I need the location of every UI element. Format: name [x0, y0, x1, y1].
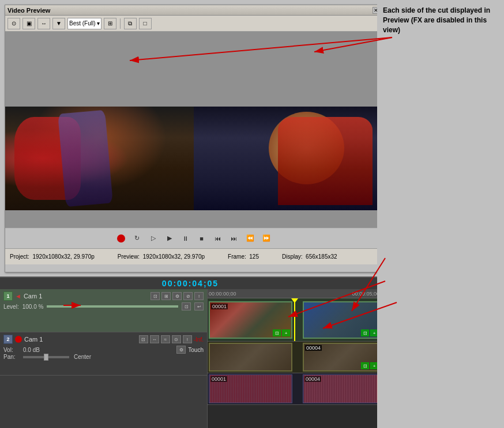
clip-right-icons: ⊡ + [361, 329, 378, 336]
track2-icons: ⊡ ↔ ≈ ⊙ ! -Inf. [139, 335, 204, 343]
track1-level-btn2[interactable]: ↩ [194, 302, 204, 310]
audio-clip-right[interactable]: 00004 [303, 374, 381, 403]
pan-slider[interactable] [23, 356, 69, 358]
track2-icon-4[interactable]: ⊙ [172, 335, 181, 343]
clip-left-icons: ⊡ + [273, 329, 290, 336]
audio-clip-left[interactable]: 00001 [209, 374, 292, 403]
video-preview-window: Video Preview ✕ ⊙ ▣ ↔ ▼ Best (Full) ▾ ⊞ … [5, 5, 382, 272]
track-number-1: 1 [3, 291, 13, 301]
clip-left-icon-2[interactable]: + [282, 329, 290, 336]
video-left-panel [5, 107, 194, 210]
preview-top-gray [5, 32, 382, 107]
title-text: Video Preview [7, 7, 50, 14]
timeline-tracks-area: 00001 ⊡ + ⊡ + [208, 298, 381, 405]
record-btn-2[interactable] [15, 336, 22, 343]
track1-control: 1 ◄ Cam 1 ⊡ ⊞ ⚙ ⊘ ! Level: 100.0 % [0, 289, 207, 332]
prev-frame-button[interactable]: ⏮ [212, 232, 224, 245]
clip2-thumbnail-left [210, 344, 291, 370]
track2-icon-1[interactable]: ⊡ [139, 335, 148, 343]
stop-button[interactable]: ■ [195, 232, 208, 245]
timeline-ruler: 00:00:00;00 00:00:05;00 [208, 289, 381, 298]
loop-button[interactable]: ↻ [131, 232, 144, 245]
level-slider[interactable] [47, 305, 178, 308]
quality-dropdown[interactable]: Best (Full) ▾ [67, 18, 101, 29]
toolbar-btn-3[interactable]: ↔ [37, 18, 50, 29]
track1-icon-2[interactable]: ⊞ [161, 292, 171, 300]
annotation-description: Each side of the cut displayed in Previe… [383, 6, 498, 35]
track-timeline: 00:00:00;00 00:00:05;00 00001 ⊡ + [208, 289, 381, 428]
video-clip-right[interactable]: ⊡ + [303, 301, 381, 339]
next-frame-button[interactable]: ⏭ [228, 232, 240, 245]
pause-button[interactable]: ⏸ [179, 232, 192, 245]
clip2-right-icons: ⊡ + [361, 362, 378, 369]
ruler-start: 00:00:00;00 [209, 291, 236, 297]
timeline-section: 00:00:04;05 1 ◄ Cam 1 ⊡ ⊞ ⚙ ⊘ ! [0, 277, 381, 428]
video-right-panel [194, 107, 382, 210]
toolbar-btn-2[interactable]: ▣ [22, 18, 35, 29]
track1-icon-1[interactable]: ⊡ [151, 292, 160, 300]
video-clip-left[interactable]: 00001 ⊡ + [209, 301, 292, 339]
track1-level-btn1[interactable]: ⊡ [182, 302, 191, 310]
playhead-top [291, 298, 298, 303]
track2-icon-5[interactable]: ! [183, 335, 192, 343]
toolbar-btn-6[interactable]: □ [139, 18, 152, 29]
track1-icon-3[interactable]: ⚙ [172, 292, 182, 300]
toolbar-btn-5[interactable]: ⧉ [124, 18, 137, 29]
vol-icon-1[interactable]: ⚙ [176, 346, 186, 354]
playhead [294, 298, 295, 341]
video-track2-clips: 00004 ⊡ + [208, 342, 381, 373]
preview-info: Preview: 1920x1080x32, 29.970p [118, 253, 205, 260]
clip-left-icon-1[interactable]: ⊡ [273, 329, 281, 336]
play-button[interactable]: ▷ [147, 232, 160, 245]
play-button-2[interactable]: ▶ [163, 232, 176, 245]
preview-area [5, 32, 382, 228]
video2-clip-right[interactable]: 00004 ⊡ + [303, 343, 381, 372]
clip-right-icon-1[interactable]: ⊡ [361, 329, 369, 336]
annotation-panel: Each side of the cut displayed in Previe… [377, 0, 504, 428]
clip2-right-icon-1[interactable]: ⊡ [361, 362, 369, 369]
timeline-body: 1 ◄ Cam 1 ⊡ ⊞ ⚙ ⊘ ! Level: 100.0 % [0, 289, 381, 428]
track1-icon-4[interactable]: ⊘ [183, 292, 193, 300]
record-button[interactable] [115, 232, 127, 245]
timecode-display: 00:00:04;05 [162, 279, 219, 288]
titlebar: Video Preview ✕ [5, 5, 382, 16]
toolbar-btn-4[interactable]: ▼ [52, 18, 65, 29]
pan-slider-thumb [44, 354, 48, 361]
touch-label: Touch [188, 347, 204, 353]
toolbar-grid-btn[interactable]: ⊞ [104, 18, 116, 29]
preview-bottom-gray [5, 210, 382, 228]
rewind-button[interactable]: ⏪ [244, 232, 257, 245]
transport-controls: ↻ ▷ ▶ ⏸ ■ ⏮ ⏭ ⏪ ⏩ [5, 228, 382, 248]
video-guitarist-content [5, 107, 194, 210]
audio-clip-left-number: 00001 [210, 376, 227, 382]
frame-info: Frame: 125 [228, 253, 259, 260]
preview-toolbar: ⊙ ▣ ↔ ▼ Best (Full) ▾ ⊞ ⧉ □ [5, 16, 382, 32]
video-singer-content [194, 107, 382, 210]
clip2-right-number: 00004 [305, 345, 322, 351]
clip-left-number: 00001 [211, 304, 228, 309]
toolbar-btn-1[interactable]: ⊙ [7, 18, 20, 29]
titlebar-left: Video Preview [7, 7, 50, 14]
track1-icon-5[interactable]: ! [194, 292, 204, 300]
timeline-header: 00:00:04;05 [0, 278, 381, 289]
track1-header: 1 ◄ Cam 1 ⊡ ⊞ ⚙ ⊘ ! [3, 291, 204, 301]
track-controls: 1 ◄ Cam 1 ⊡ ⊞ ⚙ ⊘ ! Level: 100.0 % [0, 289, 208, 428]
split-video [5, 107, 382, 210]
ruler-end: 00:00:05;00 [352, 291, 379, 297]
video2-clip-left[interactable] [209, 343, 292, 372]
project-info: Project: 1920x1080x32, 29.970p [10, 253, 95, 260]
track1-icons: ⊡ ⊞ ⚙ ⊘ ! [151, 292, 204, 300]
track2-header: 2 Cam 1 ⊡ ↔ ≈ ⊙ ! -Inf. [3, 335, 204, 344]
track2-icon-2[interactable]: ↔ [150, 335, 159, 343]
video-track-clips: 00001 ⊡ + ⊡ + [208, 298, 381, 342]
level-slider-fill [47, 305, 178, 308]
audio-track-clips: 00001 00004 [208, 373, 381, 405]
fast-forward-button[interactable]: ⏩ [260, 232, 273, 245]
display-info: Display: 656x185x32 [282, 253, 337, 260]
track1-level: Level: 100.0 % ⊡ ↩ [3, 302, 204, 310]
vol-row: Vol: 0.0 dB ⚙ Touch [3, 346, 204, 354]
pan-row: Pan: Center [3, 354, 204, 360]
track2-name: Cam 1 [24, 336, 43, 343]
track2-icon-3[interactable]: ≈ [161, 335, 170, 343]
audio-clip-right-number: 00004 [304, 376, 321, 382]
